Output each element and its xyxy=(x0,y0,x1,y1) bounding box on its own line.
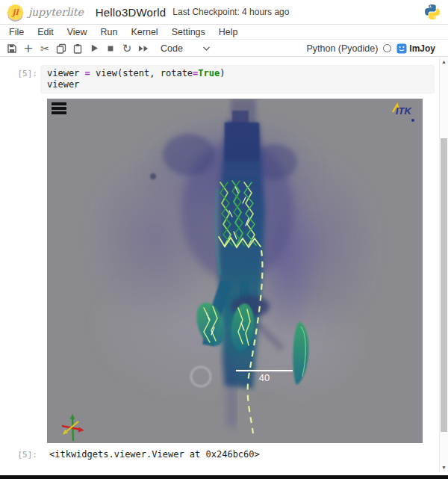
svg-text:ITK: ITK xyxy=(396,105,413,117)
kernel-status-icon xyxy=(383,44,391,52)
bottom-progress-strip xyxy=(0,475,448,479)
hamburger-bar xyxy=(52,111,66,114)
output-prompt: [5]: xyxy=(0,450,37,460)
jupyterlite-brand[interactable]: jupyterlite xyxy=(28,6,84,18)
notebook-header: jl jupyterlite Hello3DWorld Last Checkpo… xyxy=(0,0,448,25)
cut-icon[interactable]: ✂ xyxy=(37,41,53,56)
save-icon[interactable] xyxy=(4,41,20,56)
toolbar-right: Python (Pyodide) ImJoy xyxy=(306,43,444,54)
notebook-toolbar: + ✂ ↻ Code Python (Pyodide) ImJoy xyxy=(0,40,448,57)
output-repr: <itkwidgets.viewer.Viewer at 0x246bc60> xyxy=(49,449,260,460)
stop-icon[interactable] xyxy=(102,41,119,56)
orientation-axes-widget xyxy=(53,408,86,442)
notebook-scrollbar[interactable]: ▲ ▼ xyxy=(439,58,448,472)
code-line-1: viewer = view(stent, rotate=True) xyxy=(47,68,428,79)
code-cell-editor[interactable]: viewer = view(stent, rotate=True) viewer xyxy=(40,65,435,93)
hamburger-bar xyxy=(52,107,66,110)
jupyterlite-logo-icon[interactable]: jl xyxy=(7,4,23,20)
menu-run[interactable]: Run xyxy=(94,27,125,37)
imjoy-icon xyxy=(396,43,407,54)
scrollbar-thumb[interactable] xyxy=(441,138,447,432)
scroll-down-icon[interactable]: ▼ xyxy=(440,465,448,470)
input-prompt: [5]: xyxy=(0,69,37,78)
copy-icon[interactable] xyxy=(53,41,69,56)
itk-logo-icon: ITK xyxy=(390,102,418,124)
run-icon[interactable] xyxy=(86,41,102,56)
restart-icon[interactable]: ↻ xyxy=(119,41,135,56)
add-cell-icon[interactable]: + xyxy=(20,41,37,56)
scale-bar-line xyxy=(236,370,293,371)
chevron-down-icon[interactable] xyxy=(202,46,211,52)
menu-edit[interactable]: Edit xyxy=(31,27,60,37)
code-line-2: viewer xyxy=(47,79,428,90)
run-all-icon[interactable] xyxy=(135,41,152,56)
imjoy-button[interactable]: ImJoy xyxy=(396,43,435,54)
menu-file[interactable]: File xyxy=(2,27,31,37)
menu-bar: File Edit View Run Kernel Settings Help xyxy=(0,25,448,40)
viewer-menu-icon[interactable] xyxy=(51,102,67,117)
volume-rendering xyxy=(47,99,423,443)
notebook-title[interactable]: Hello3DWorld xyxy=(96,6,167,19)
paste-icon[interactable] xyxy=(69,41,86,56)
itk-viewer-canvas[interactable]: ITK 40 xyxy=(47,99,423,443)
scroll-up-icon[interactable]: ▲ xyxy=(440,59,448,64)
kernel-name[interactable]: Python (Pyodide) xyxy=(306,43,378,54)
python-logo-icon xyxy=(424,4,441,20)
cell-type-selector[interactable]: Code xyxy=(161,43,183,54)
menu-kernel[interactable]: Kernel xyxy=(125,27,165,37)
menu-help[interactable]: Help xyxy=(212,27,245,37)
scale-bar: 40 xyxy=(236,370,293,383)
scale-bar-label: 40 xyxy=(236,372,293,383)
hamburger-bar xyxy=(52,102,66,105)
checkpoint-status: Last Checkpoint: 4 hours ago xyxy=(172,7,289,17)
menu-view[interactable]: View xyxy=(60,27,94,37)
menu-settings[interactable]: Settings xyxy=(165,27,212,37)
